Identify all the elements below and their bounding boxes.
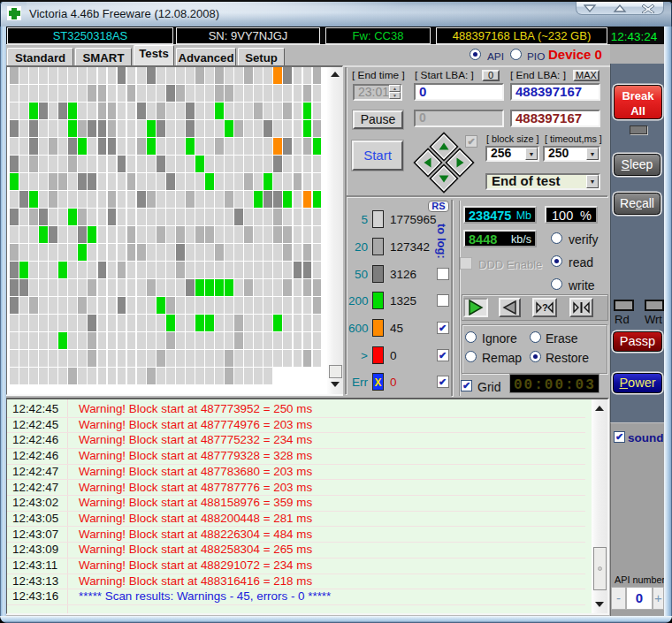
- svg-text:?: ?: [542, 302, 548, 313]
- svg-text:00:00:03: 00:00:03: [514, 377, 596, 392]
